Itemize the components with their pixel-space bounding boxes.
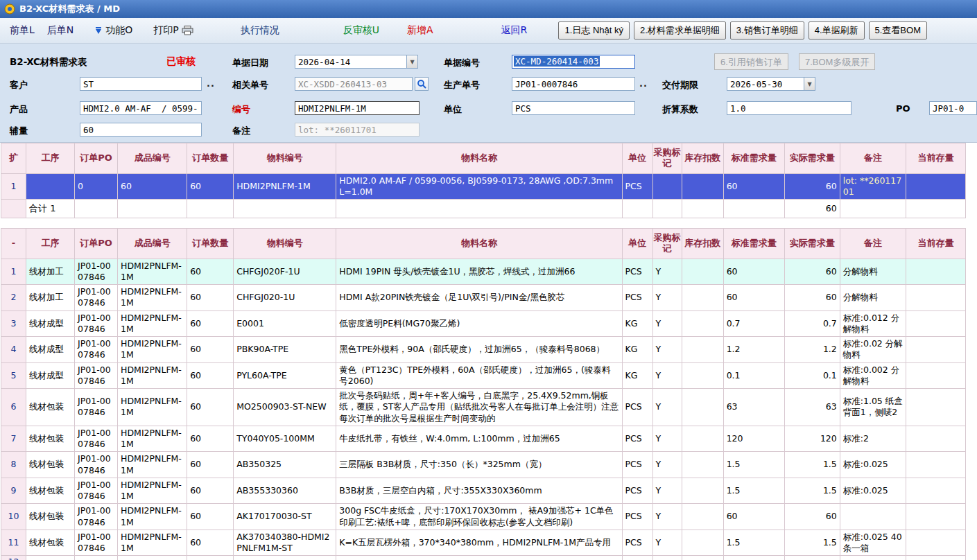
grid-cell[interactable]	[906, 426, 965, 452]
grid-cell[interactable]: 标准:0.025	[840, 478, 906, 504]
grid-cell[interactable]: 黑色TPE外模料，90A（邵氏硬度），过加洲65，（骏泰料号8068）	[336, 337, 622, 363]
grid-cell[interactable]: Y	[652, 337, 682, 363]
grid-cell[interactable]: KG	[622, 362, 652, 389]
grid-cell[interactable]	[906, 452, 965, 478]
grid-cell[interactable]: Y	[652, 452, 682, 478]
row-number[interactable]: 6	[1, 389, 26, 426]
grid-cell[interactable]	[682, 478, 723, 504]
grid-cell[interactable]: 线材包装	[26, 530, 75, 556]
grid-cell[interactable]: 线材包装	[26, 426, 75, 452]
grid-cell[interactable]: HDMI2PNLFM-1M	[118, 259, 187, 285]
row-number[interactable]: 1	[1, 173, 26, 200]
grid-cell[interactable]: 1.2	[723, 337, 784, 363]
grid-cell[interactable]: JP01-0007846	[75, 478, 118, 504]
grid-cell[interactable]: 300g FSC牛皮纸盒，尺寸:170X170X30mm， 裱A9加强芯+ 1C…	[336, 504, 622, 530]
grid-cell[interactable]: HDMI2PNLFM-1M	[118, 426, 187, 452]
grid-cell[interactable]: 60	[784, 259, 840, 285]
menu-item-prev-doc[interactable]: 前单L	[10, 24, 35, 37]
grid-cell[interactable]: B3B材质，三层空白内箱，尺寸:355X330X360mm	[336, 478, 622, 504]
grid-cell[interactable]	[118, 200, 187, 218]
grid-cell[interactable]: HDMI2.0 AM-AF / 0599-0056, BJ0599-0173, …	[336, 173, 622, 200]
customer-lookup-button[interactable]: ..	[207, 78, 215, 89]
grid-cell[interactable]: JP01-0007846	[75, 504, 118, 530]
column-header[interactable]: 备注	[840, 229, 906, 259]
menu-item-print[interactable]: 打印P	[153, 24, 193, 37]
grid-cell[interactable]: 60	[784, 173, 840, 200]
grid-cell[interactable]: 线材包装	[26, 504, 75, 530]
grid-cell[interactable]: HDMI2PNLFM-1M	[118, 310, 187, 337]
column-header[interactable]: 成品编号	[118, 143, 187, 174]
grid-cell[interactable]	[118, 556, 187, 560]
grid-cell[interactable]	[723, 556, 784, 560]
grid-cell[interactable]: AB355330360	[234, 478, 336, 504]
grid-cell[interactable]: 0.1	[723, 362, 784, 389]
grid-cell[interactable]: JP01-0007846	[75, 337, 118, 363]
grid-cell[interactable]: 线材包装	[26, 478, 75, 504]
grid-cell[interactable]: 1.5	[784, 478, 840, 504]
grid-cell[interactable]	[682, 556, 723, 560]
grid-cell[interactable]: 60	[187, 285, 234, 311]
product-input[interactable]	[80, 101, 202, 115]
grid-cell[interactable]: PCS	[622, 478, 652, 504]
corner-header[interactable]: 扩	[1, 143, 26, 174]
row-number[interactable]: 9	[1, 478, 26, 504]
grid-cell[interactable]: 1.5	[723, 478, 784, 504]
grid-cell[interactable]	[906, 504, 965, 530]
grid-cell[interactable]: PCS	[622, 389, 652, 426]
sales-order-detail-button[interactable]: 3.销售订单明细	[730, 21, 804, 40]
grid-cell[interactable]	[906, 530, 965, 556]
grid-cell[interactable]: 60	[784, 200, 840, 218]
grid-cell[interactable]	[906, 285, 965, 311]
grid-cell[interactable]: 标准:0.025 40条一箱	[840, 530, 906, 556]
grid-cell[interactable]: 60	[187, 362, 234, 389]
grid-cell[interactable]	[784, 556, 840, 560]
grid-cell[interactable]: 1.5	[723, 530, 784, 556]
grid-cell[interactable]: CHFGJ020-1U	[234, 285, 336, 311]
grid-cell[interactable]	[187, 556, 234, 560]
log-button[interactable]: 1.日志 Nhật ký	[558, 21, 630, 40]
grid-cell[interactable]	[26, 173, 75, 200]
grid-cell[interactable]: HDMI2PNLFM-1M	[118, 530, 187, 556]
grid-cell[interactable]: 60	[187, 426, 234, 452]
grid-cell[interactable]: 三层隔板 B3B材质，尺寸:350（长）*325mm（宽）	[336, 452, 622, 478]
grid-cell[interactable]: 60	[187, 337, 234, 363]
grid-cell[interactable]: JP01-0007846	[75, 426, 118, 452]
grid-cell[interactable]: 1.5	[784, 452, 840, 478]
column-header[interactable]: 当前存量	[906, 143, 965, 174]
grid-cell[interactable]: PCS	[622, 530, 652, 556]
grid-cell[interactable]: JP01-0007846	[75, 452, 118, 478]
grid-cell[interactable]: PCS	[622, 452, 652, 478]
column-header[interactable]: 库存扣数	[682, 229, 723, 259]
row-number[interactable]: 8	[1, 452, 26, 478]
grid-cell[interactable]: 60	[187, 478, 234, 504]
grid-cell[interactable]: Y	[652, 478, 682, 504]
prod-order-input[interactable]	[512, 77, 635, 91]
grid-cell[interactable]: PCS	[622, 259, 652, 285]
menu-item-unapprove[interactable]: 反审核U	[343, 24, 379, 37]
grid-cell[interactable]: 60	[784, 285, 840, 311]
grid-cell[interactable]: 60	[187, 310, 234, 337]
grid-cell[interactable]: 线材成型	[26, 337, 75, 363]
grid-cell[interactable]	[906, 337, 965, 363]
grid-cell[interactable]	[682, 285, 723, 311]
grid-cell[interactable]: 63	[723, 389, 784, 426]
column-header[interactable]: 物料编号	[234, 143, 336, 174]
grid-cell[interactable]: Y	[652, 285, 682, 311]
grid-cell[interactable]: 合计 1	[26, 200, 75, 218]
grid-cell[interactable]	[622, 556, 652, 560]
grid-cell[interactable]: 60	[118, 173, 187, 200]
column-header[interactable]: 单位	[622, 229, 652, 259]
grid-cell[interactable]	[682, 504, 723, 530]
grid-cell[interactable]: Y	[652, 504, 682, 530]
grid-cell[interactable]: 60	[723, 504, 784, 530]
grid-cell[interactable]	[723, 200, 784, 218]
grid-cell[interactable]: 标准:2	[840, 426, 906, 452]
menu-item-next-doc[interactable]: 后单N	[47, 24, 74, 37]
refresh-doc-button[interactable]: 4.单据刷新	[809, 21, 865, 40]
column-header[interactable]: 订单数量	[187, 143, 234, 174]
grid-cell[interactable]: Y	[652, 310, 682, 337]
grid-cell[interactable]	[906, 173, 965, 200]
menu-item-exec-status[interactable]: 执行情况	[241, 24, 279, 37]
grid-cell[interactable]	[75, 556, 118, 560]
grid-cell[interactable]	[234, 556, 336, 560]
